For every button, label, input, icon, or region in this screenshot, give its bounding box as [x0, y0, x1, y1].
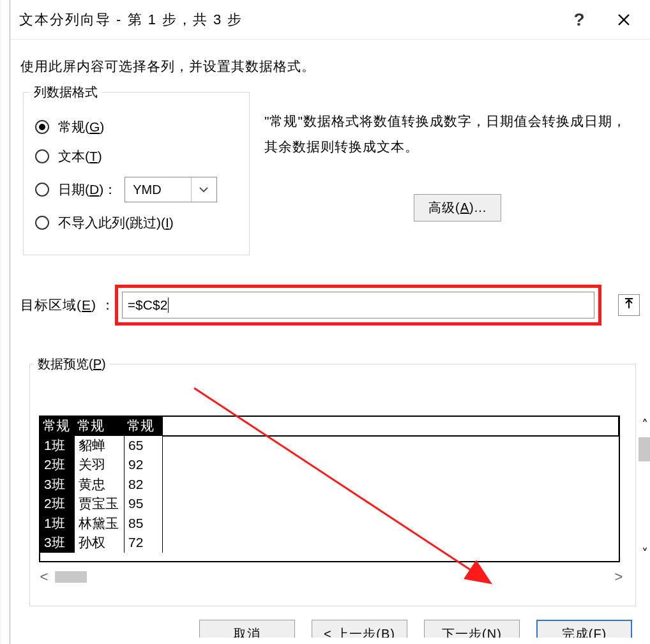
cell: 2班 — [40, 455, 75, 474]
table-row: 3班孙权72 — [40, 533, 619, 552]
table-row: 1班林黛玉85 — [40, 514, 619, 533]
date-format-value: YMD — [125, 183, 190, 197]
dialog-button-row: 取消 < 上一步(B) 下一步(N) 完成(F) — [10, 620, 650, 644]
radio-date-label: 日期(D)： — [58, 181, 117, 198]
collapse-dialog-icon — [623, 298, 635, 313]
radio-general[interactable]: 常规(G) — [35, 118, 240, 136]
radio-text-indicator — [35, 149, 49, 163]
cell: 关羽 — [75, 455, 125, 474]
dialog-titlebar: 文本分列向导 - 第 1 步，共 3 步 ? — [10, 0, 650, 40]
cell: 65 — [124, 436, 162, 455]
table-row: 2班贾宝玉95 — [40, 494, 619, 513]
table-row: 2班关羽92 — [40, 455, 619, 474]
cell: 95 — [124, 494, 162, 513]
destination-input[interactable]: =$C$2 — [122, 292, 594, 318]
destination-highlight: =$C$2 — [115, 285, 601, 326]
cell: 孙权 — [75, 533, 125, 552]
cell: 3班 — [40, 475, 75, 494]
preview-legend: 数据预览(P) — [34, 356, 110, 373]
chevron-down-icon — [191, 177, 216, 202]
destination-row: 目标区域(E) ： =$C$2 — [20, 285, 640, 326]
preview-table: 常规常规常规1班貂蝉652班关羽923班黄忠822班贾宝玉951班林黛玉853班… — [39, 416, 620, 562]
help-button[interactable]: ? — [557, 4, 601, 35]
format-description: "常规"数据格式将数值转换成数字，日期值会转换成日期，其余数据则转换成文本。 — [264, 109, 628, 160]
advanced-button[interactable]: 高级(A)... — [414, 194, 501, 221]
cell: 1班 — [40, 514, 75, 533]
cell: 82 — [124, 475, 162, 494]
text-to-columns-wizard-dialog: 文本分列向导 - 第 1 步，共 3 步 ? 使用此屏内容可选择各列，并设置其数… — [10, 0, 650, 644]
radio-general-indicator — [35, 120, 49, 134]
preview-vertical-scrollbar[interactable]: ˄ ˅ — [637, 416, 650, 562]
cell: 1班 — [40, 436, 75, 455]
table-row: 1班貂蝉65 — [40, 436, 619, 455]
scroll-right-icon[interactable]: > — [609, 569, 628, 585]
table-row: 3班黄忠82 — [40, 475, 619, 494]
column-data-format-group: 列数据格式 常规(G) 文本(T) 日期(D)： — [23, 92, 250, 255]
cell: 72 — [124, 533, 162, 552]
preview-header[interactable]: 常规 — [124, 417, 162, 436]
radio-text[interactable]: 文本(T) — [35, 147, 240, 165]
instruction-text: 使用此屏内容可选择各列，并设置其数据格式。 — [20, 57, 637, 75]
format-group-legend: 列数据格式 — [30, 84, 102, 101]
preview-header[interactable]: 常规 — [75, 417, 125, 436]
data-preview-group: 数据预览(P) 常规常规常规1班貂蝉652班关羽923班黄忠822班贾宝玉951… — [29, 364, 636, 606]
scroll-thumb-h[interactable] — [55, 571, 87, 583]
radio-text-label: 文本(T) — [58, 147, 102, 165]
scroll-up-icon[interactable]: ˄ — [642, 416, 648, 433]
radio-skip-label: 不导入此列(跳过)(I) — [58, 214, 174, 232]
cell: 林黛玉 — [75, 514, 125, 533]
date-format-select[interactable]: YMD — [125, 177, 216, 202]
dialog-title: 文本分列向导 - 第 1 步，共 3 步 — [19, 10, 557, 29]
scroll-thumb[interactable] — [639, 437, 650, 461]
cancel-button[interactable]: 取消 — [199, 620, 295, 644]
svg-rect-0 — [625, 298, 633, 299]
range-selector-button[interactable] — [618, 294, 640, 316]
radio-general-label: 常规(G) — [58, 118, 104, 136]
cell: 85 — [124, 514, 162, 533]
scroll-left-icon[interactable]: < — [34, 569, 54, 585]
cell: 3班 — [40, 533, 75, 552]
finish-button[interactable]: 完成(F) — [536, 620, 632, 644]
cell: 黄忠 — [75, 475, 125, 494]
next-button[interactable]: 下一步(N) — [424, 620, 520, 644]
radio-skip-indicator — [35, 216, 49, 230]
back-button[interactable]: < 上一步(B) — [312, 620, 407, 644]
preview-header[interactable]: 常规 — [40, 417, 75, 436]
scroll-down-icon[interactable]: ˅ — [642, 544, 648, 562]
preview-horizontal-scrollbar[interactable]: < > — [34, 569, 628, 585]
cell: 92 — [124, 455, 162, 474]
destination-label: 目标区域(E) ： — [20, 296, 115, 314]
radio-date[interactable]: 日期(D)： YMD — [35, 177, 240, 202]
cell: 贾宝玉 — [75, 494, 125, 513]
radio-date-indicator — [35, 183, 49, 197]
close-icon — [617, 13, 630, 26]
close-button[interactable] — [601, 4, 646, 35]
destination-value: =$C$2 — [128, 297, 167, 313]
radio-skip[interactable]: 不导入此列(跳过)(I) — [35, 214, 240, 232]
cell: 2班 — [40, 494, 75, 513]
cell: 貂蝉 — [75, 436, 125, 455]
